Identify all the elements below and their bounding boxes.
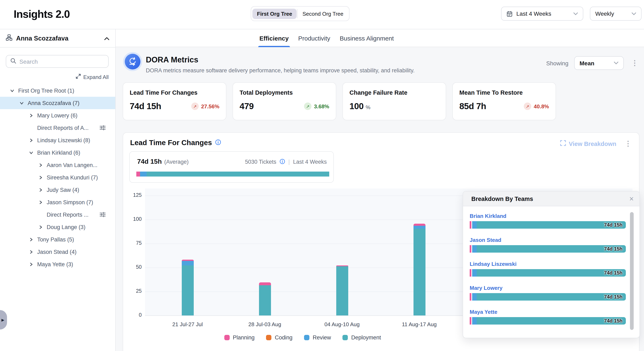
info-icon[interactable] xyxy=(215,139,221,147)
team-name-link[interactable]: Jason Stead xyxy=(470,237,626,243)
legend-swatch xyxy=(266,335,272,340)
org-tree-toggle: First Org Tree Second Org Tree xyxy=(251,6,350,21)
bar-segment-review xyxy=(472,221,477,229)
tree-item-anna-scozzafava-7[interactable]: Anna Scozzafava (7) xyxy=(0,97,115,109)
tree-item-label: Jason Stead (4) xyxy=(37,249,77,255)
tree-item-jason-simpson-7[interactable]: Jason Simpson (7) xyxy=(0,196,115,208)
aggregation-dropdown[interactable]: Mean xyxy=(574,56,624,70)
bar-segment-review xyxy=(472,293,477,300)
bar-segment-planning xyxy=(413,224,425,226)
bar-segment-review xyxy=(413,226,425,229)
tree-item-label: Doug Lange (3) xyxy=(47,224,86,230)
tree-item-label: Jason Simpson (7) xyxy=(47,199,93,205)
legend-item-planning[interactable]: Planning xyxy=(224,334,254,341)
chevron-up-icon[interactable] xyxy=(104,35,110,42)
chevron-right-icon[interactable] xyxy=(38,163,43,167)
expand-all-button[interactable]: Expand All xyxy=(76,74,109,80)
metric-card-total-deployments: Total Deployments 479 ↗ 3.68% xyxy=(232,82,336,120)
view-breakdown-button[interactable]: View Breakdown xyxy=(560,140,616,147)
search-input[interactable] xyxy=(20,58,104,65)
tree-item-maya-yette-3[interactable]: Maya Yette (3) xyxy=(0,258,115,270)
chevron-right-icon[interactable] xyxy=(38,225,43,229)
info-icon[interactable] xyxy=(280,159,285,165)
summary-stacked-bar xyxy=(136,172,329,177)
tree-item-sireesha-kunduri-7[interactable]: Sireesha Kunduri (7) xyxy=(0,171,115,184)
tree-item-direct-reports[interactable]: Direct Reports ... xyxy=(0,208,115,221)
chevron-down-icon[interactable] xyxy=(29,150,34,155)
main-area: EfficiencyProductivityBusiness Alignment… xyxy=(116,29,644,351)
legend-item-coding[interactable]: Coding xyxy=(266,334,292,341)
team-stacked-bar: 74d 15h xyxy=(470,221,626,229)
toggle-first-org-tree[interactable]: First Org Tree xyxy=(252,9,297,19)
tree-item-first-org-tree-root-1[interactable]: First Org Tree Root (1) xyxy=(0,84,115,97)
chevron-right-icon[interactable] xyxy=(38,187,43,192)
tree-item-jason-stead-4[interactable]: Jason Stead (4) xyxy=(0,246,115,258)
bar-segment-deployment xyxy=(336,266,348,315)
sidebar-header: Anna Scozzafava xyxy=(0,29,115,48)
y-axis-tick: 0 xyxy=(123,312,142,318)
tree-item-mary-lowery-6[interactable]: Mary Lowery (6) xyxy=(0,109,115,122)
tree-item-direct-reports-of-a[interactable]: Direct Reports of A... xyxy=(0,122,115,134)
legend-item-deployment[interactable]: Deployment xyxy=(343,334,381,341)
legend-item-review[interactable]: Review xyxy=(304,334,331,341)
y-axis-tick: 75 xyxy=(123,240,142,246)
insights-dashboard: Insights 2.0 First Org Tree Second Org T… xyxy=(0,0,644,351)
filter-sliders-icon[interactable] xyxy=(100,212,106,217)
bar-segment-planning xyxy=(470,317,471,324)
y-axis-tick: 25 xyxy=(123,288,142,294)
team-name-link[interactable]: Brian Kirkland xyxy=(470,213,626,219)
y-axis-tick: 125 xyxy=(123,192,142,198)
chevron-right-icon[interactable] xyxy=(38,175,43,180)
toggle-divider xyxy=(297,9,298,18)
chevron-down-icon[interactable] xyxy=(10,88,14,93)
showing-controls: Showing Mean ⋮ xyxy=(546,56,640,70)
bar-segment-review xyxy=(472,317,477,324)
date-range-dropdown[interactable]: Last 4 Weeks xyxy=(501,7,583,21)
chevron-right-icon[interactable] xyxy=(29,249,34,254)
top-bar: Insights 2.0 First Org Tree Second Org T… xyxy=(0,0,644,29)
tree-item-lindsay-liszewski-8[interactable]: Lindsay Liszewski (8) xyxy=(0,134,115,146)
chevron-down-icon[interactable] xyxy=(20,101,24,105)
tab-productivity[interactable]: Productivity xyxy=(297,29,332,47)
team-name-link[interactable]: Mary Lowery xyxy=(470,285,626,291)
chevron-right-icon[interactable] xyxy=(29,237,34,242)
calendar-icon xyxy=(506,11,513,17)
toggle-second-org-tree[interactable]: Second Org Tree xyxy=(298,9,348,19)
x-axis-label: 11 Aug-17 Aug xyxy=(384,321,454,327)
trend-up-icon: ↗ xyxy=(191,103,199,110)
tree-item-brian-kirkland-6[interactable]: Brian Kirkland (6) xyxy=(0,146,115,159)
legend-swatch xyxy=(224,335,230,340)
tree-item-label: Lindsay Liszewski (8) xyxy=(37,137,90,143)
bar-segment-planning xyxy=(470,293,471,300)
filter-sliders-icon[interactable] xyxy=(100,125,106,131)
team-stacked-bar: 74d 15h xyxy=(470,245,626,253)
bar-segment-deployment xyxy=(182,265,194,315)
lead-time-kebab-menu[interactable]: ⋮ xyxy=(623,139,633,148)
team-name-link[interactable]: Lindsay Liszewski xyxy=(470,261,626,267)
summary-bar-segment-review xyxy=(140,172,147,177)
chevron-right-icon[interactable] xyxy=(29,113,34,118)
team-stacked-bar: 74d 15h xyxy=(470,317,626,324)
lead-time-card: Lead Time For Changes View Breakdown xyxy=(123,132,640,351)
org-tree: First Org Tree Root (1)Anna Scozzafava (… xyxy=(0,84,115,270)
panel-scrollbar-thumb[interactable] xyxy=(630,212,634,330)
sidebar-search xyxy=(6,55,109,68)
summary-range: Last 4 Weeks xyxy=(293,159,327,165)
close-icon[interactable]: × xyxy=(629,195,634,202)
aggregation-value: Mean xyxy=(580,60,594,66)
chevron-right-icon[interactable] xyxy=(29,262,34,266)
tab-business-alignment[interactable]: Business Alignment xyxy=(338,29,395,47)
metric-value: 85d 7h xyxy=(459,101,486,111)
tree-item-tony-pallas-5[interactable]: Tony Pallas (5) xyxy=(0,233,115,246)
chevron-right-icon[interactable] xyxy=(38,200,43,204)
tree-item-doug-lange-3[interactable]: Doug Lange (3) xyxy=(0,221,115,233)
team-name-link[interactable]: Maya Yette xyxy=(470,309,626,315)
dora-kebab-menu[interactable]: ⋮ xyxy=(630,59,640,67)
granularity-dropdown[interactable]: Weekly xyxy=(590,7,642,21)
tree-item-aaron-van-langen[interactable]: Aaron Van Langen... xyxy=(0,159,115,171)
tree-item-judy-saw-4[interactable]: Judy Saw (4) xyxy=(0,184,115,196)
chevron-down-icon xyxy=(632,12,636,15)
tab-efficiency[interactable]: Efficiency xyxy=(258,29,290,47)
chevron-right-icon[interactable] xyxy=(29,138,34,142)
tree-item-label: Tony Pallas (5) xyxy=(37,236,74,242)
